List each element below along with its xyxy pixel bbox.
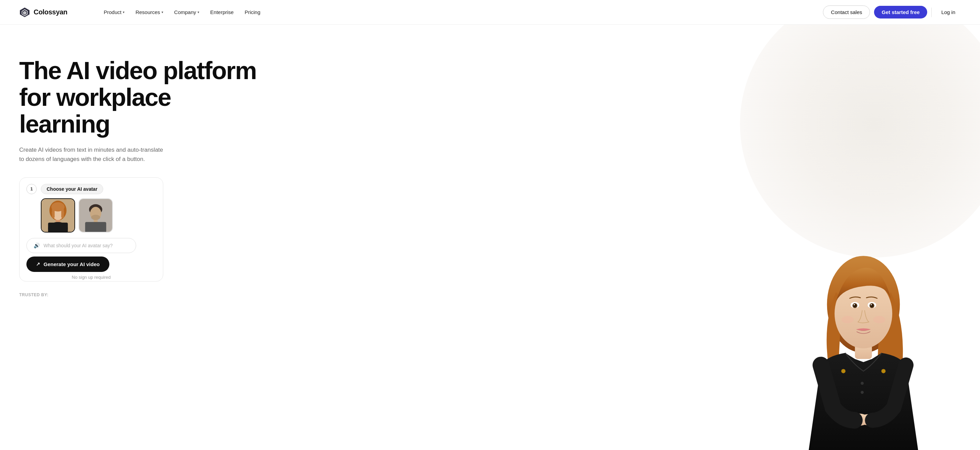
nav-item-resources[interactable]: Resources ▾ <box>130 6 168 18</box>
hero-left: The AI video platform for workplace lear… <box>19 47 259 297</box>
generate-video-button[interactable]: ↗ Generate your AI video <box>26 257 110 272</box>
nav-divider <box>931 8 932 17</box>
avatar-male-image <box>79 199 112 232</box>
logo-icon <box>19 7 30 18</box>
chevron-down-icon: ▾ <box>123 10 124 14</box>
svg-point-34 <box>881 369 885 373</box>
hero-right <box>471 25 980 450</box>
svg-rect-9 <box>61 208 64 218</box>
hero-section: The AI video platform for workplace lear… <box>0 25 980 450</box>
nav-item-pricing[interactable]: Pricing <box>240 6 265 18</box>
trusted-label: TRUSTED BY: <box>19 293 48 297</box>
nav-item-company[interactable]: Company ▾ <box>169 6 204 18</box>
nav-links: Product ▾ Resources ▾ Company ▾ Enterpri… <box>80 0 284 25</box>
svg-point-31 <box>861 382 864 385</box>
nav-right: Contact sales Get started free Log in <box>823 5 961 19</box>
chevron-down-icon: ▾ <box>197 10 199 14</box>
hero-avatar-container <box>760 238 966 450</box>
step-row: 1 Choose your AI avatar <box>19 178 163 198</box>
nav-item-product[interactable]: Product ▾ <box>99 6 129 18</box>
svg-point-29 <box>842 316 853 323</box>
avatar-speech-input[interactable]: 🔊 What should your AI avatar say? <box>26 238 136 253</box>
no-signup-label: No sign up required <box>19 275 163 281</box>
login-button[interactable]: Log in <box>936 6 961 19</box>
step-label: Choose your AI avatar <box>41 184 103 194</box>
svg-rect-17 <box>85 222 106 232</box>
text-input-area: 🔊 What should your AI avatar say? <box>19 238 163 257</box>
svg-point-32 <box>861 391 864 394</box>
svg-point-30 <box>873 316 885 323</box>
nav-item-enterprise[interactable]: Enterprise <box>205 6 238 18</box>
generate-area: ↗ Generate your AI video <box>19 257 163 275</box>
svg-point-16 <box>91 215 100 220</box>
chevron-down-icon: ▾ <box>162 10 163 14</box>
logo-text: Colossyan <box>33 8 67 16</box>
contact-sales-button[interactable]: Contact sales <box>823 5 870 19</box>
navbar: Colossyan Product ▾ Resources ▾ Company … <box>0 0 980 25</box>
hero-subtitle: Create AI videos from text in minutes an… <box>19 146 170 164</box>
logo-link[interactable]: Colossyan <box>19 7 67 18</box>
svg-rect-8 <box>52 208 55 218</box>
speaker-icon: 🔊 <box>33 242 40 249</box>
svg-point-24 <box>854 304 855 306</box>
get-started-button[interactable]: Get started free <box>874 6 927 19</box>
avatar-female-image <box>41 199 75 232</box>
trusted-by-row: TRUSTED BY: <box>19 293 259 297</box>
hero-interactive-card: 1 Choose your AI avatar <box>19 177 163 282</box>
hero-title: The AI video platform for workplace lear… <box>19 57 259 137</box>
nav-left: Colossyan Product ▾ Resources ▾ Company … <box>19 0 284 25</box>
avatar-male-thumb[interactable] <box>78 198 113 233</box>
svg-point-33 <box>841 369 845 373</box>
avatar-selection-row <box>19 198 163 238</box>
svg-rect-11 <box>48 223 68 232</box>
external-link-icon: ↗ <box>36 261 40 267</box>
svg-point-28 <box>870 304 872 306</box>
step-number: 1 <box>26 184 37 194</box>
avatar-female-thumb[interactable] <box>41 198 75 233</box>
hero-avatar-svg <box>760 238 966 450</box>
background-blob <box>740 25 980 258</box>
